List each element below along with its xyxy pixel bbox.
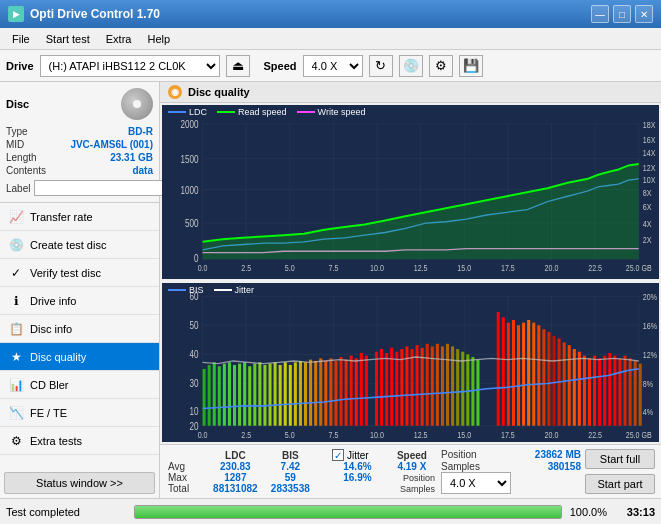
extra-tests-icon: ⚙ [8,433,24,449]
sidebar-item-transfer-rate[interactable]: 📈 Transfer rate [0,203,159,231]
svg-rect-94 [263,365,266,426]
menu-file[interactable]: File [4,31,38,47]
svg-rect-86 [223,364,226,426]
svg-text:15.0: 15.0 [457,430,471,440]
svg-rect-98 [284,363,287,426]
svg-rect-145 [542,330,545,426]
svg-rect-84 [213,363,216,426]
sidebar-item-fe-te[interactable]: 📉 FE / TE [0,399,159,427]
svg-rect-160 [618,359,621,426]
svg-text:0.0: 0.0 [198,430,208,440]
speed-val: 4.19 X [387,461,437,472]
disc-type-value: BD-R [128,126,153,137]
svg-rect-96 [274,363,277,426]
chart1-legend: LDC Read speed Write speed [168,107,365,117]
svg-text:30: 30 [190,378,199,390]
eject-button[interactable]: ⏏ [226,55,250,77]
disc-contents-label: Contents [6,165,46,176]
svg-rect-137 [502,318,505,426]
nav-label-transfer-rate: Transfer rate [30,211,93,223]
speed-select[interactable]: 4.0 X 8.0 X 2.0 X [303,55,363,77]
svg-rect-114 [365,356,368,426]
bis-total: 2833538 [265,483,316,494]
max-label: Max [166,472,206,483]
svg-text:10.0: 10.0 [370,262,384,273]
main-area: Disc Type BD-R MID JVC-AMS6L (001) Lengt… [0,82,661,498]
ldc-header: LDC [206,449,265,461]
svg-text:22.5: 22.5 [588,430,602,440]
svg-text:12.5: 12.5 [414,262,428,273]
legend-jitter: Jitter [214,285,255,295]
svg-text:12%: 12% [643,351,658,361]
svg-text:5.0: 5.0 [285,262,295,273]
ldc-max: 1287 [206,472,265,483]
svg-rect-136 [497,312,500,426]
legend-write-speed: Write speed [297,107,366,117]
svg-rect-105 [319,359,322,426]
sidebar-item-disc-quality[interactable]: ★ Disc quality [0,343,159,371]
nav-label-create-test-disc: Create test disc [30,239,106,251]
sidebar-item-disc-info[interactable]: 📋 Disc info [0,315,159,343]
svg-rect-101 [299,361,302,426]
settings-button[interactable]: ⚙ [429,55,453,77]
svg-rect-159 [613,356,616,426]
nav-label-drive-info: Drive info [30,295,76,307]
drive-info-icon: ℹ [8,293,24,309]
svg-text:12X: 12X [643,162,656,173]
jitter-check-row: ✓ Jitter [332,449,383,461]
disc-label-input[interactable] [34,180,167,196]
jitter-checkbox[interactable]: ✓ [332,449,344,461]
position-label: Position [387,472,437,483]
sidebar-item-extra-tests[interactable]: ⚙ Extra tests [0,427,159,455]
speed-select2[interactable]: 4.0 X [441,472,511,494]
svg-text:2.5: 2.5 [241,430,251,440]
stats-bar: LDC BIS ✓ Jitter Speed [160,444,661,498]
svg-rect-82 [203,369,206,426]
svg-text:12.5: 12.5 [414,430,428,440]
svg-text:25.0 GB: 25.0 GB [626,262,652,273]
svg-rect-100 [294,363,297,426]
svg-text:20.0: 20.0 [545,430,559,440]
drive-toolbar: Drive (H:) ATAPI iHBS112 2 CL0K ⏏ Speed … [0,50,661,82]
svg-rect-110 [345,360,348,426]
sidebar-item-create-test-disc[interactable]: 💿 Create test disc [0,231,159,259]
legend-ldc: LDC [168,107,207,117]
legend-ldc-line [168,111,186,113]
jitter-max: 16.9% [328,472,387,483]
speed-select-row: 4.0 X [441,472,581,494]
sidebar-item-verify-test-disc[interactable]: ✓ Verify test disc [0,259,159,287]
content-header-icon: ◉ [168,85,182,99]
svg-text:16X: 16X [643,134,656,145]
close-button[interactable]: ✕ [635,5,653,23]
status-window-button[interactable]: Status window >> [4,472,155,494]
samples-label2: Samples [441,461,480,472]
save-button[interactable]: 💾 [459,55,483,77]
samples-val: 380158 [548,461,581,472]
start-part-button[interactable]: Start part [585,474,655,494]
drive-select[interactable]: (H:) ATAPI iHBS112 2 CL0K [40,55,220,77]
svg-rect-129 [446,344,449,426]
minimize-button[interactable]: — [591,5,609,23]
sidebar: Disc Type BD-R MID JVC-AMS6L (001) Lengt… [0,82,160,498]
avg-label: Avg [166,461,206,472]
jitter-header: Jitter [347,450,369,461]
titlebar-controls: — □ ✕ [591,5,653,23]
svg-rect-111 [350,356,353,426]
disc-button[interactable]: 💿 [399,55,423,77]
start-full-button[interactable]: Start full [585,449,655,469]
svg-text:25.0 GB: 25.0 GB [626,430,652,440]
maximize-button[interactable]: □ [613,5,631,23]
menu-extra[interactable]: Extra [98,31,140,47]
position-label2: Position [441,449,477,460]
menu-start-test[interactable]: Start test [38,31,98,47]
menu-help[interactable]: Help [139,31,178,47]
svg-rect-128 [441,347,444,426]
svg-text:14X: 14X [643,147,656,158]
chart1-wrapper: LDC Read speed Write speed [162,105,659,279]
svg-rect-161 [624,356,627,426]
sidebar-item-cd-bler[interactable]: 📊 CD Bler [0,371,159,399]
disc-length-row: Length 23.31 GB [6,152,153,163]
svg-text:7.5: 7.5 [328,430,338,440]
refresh-button[interactable]: ↻ [369,55,393,77]
sidebar-item-drive-info[interactable]: ℹ Drive info [0,287,159,315]
